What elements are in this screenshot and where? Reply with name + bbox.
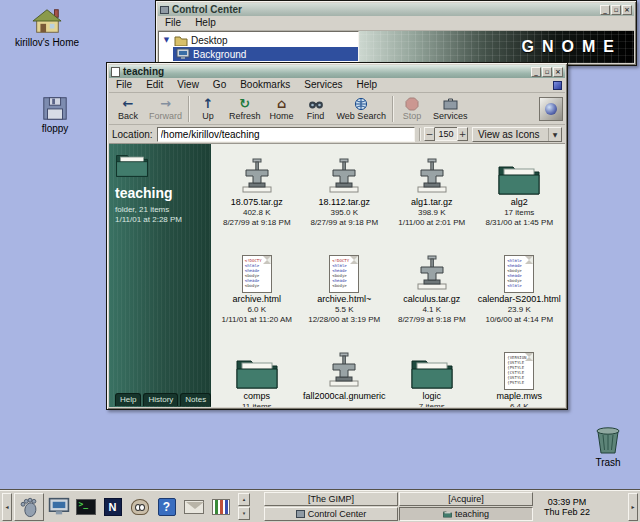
file-date: 1/11/01 at 11:20 AM [222, 315, 292, 324]
file-date: 10/6/00 at 4:14 PM [485, 315, 553, 324]
gimp-icon [131, 499, 149, 515]
desktop-icon-floppy[interactable]: floppy [22, 94, 88, 134]
toolbar-separator [392, 96, 393, 122]
terminal-icon: >_ [76, 499, 96, 515]
file-icon-view[interactable]: 18.075.tar.gz 402.8 K 8/27/99 at 9:18 PM… [211, 144, 565, 407]
scroll-up-button[interactable]: ▴ [238, 493, 250, 506]
monitor-icon [176, 48, 190, 60]
forward-button[interactable]: → Forward [145, 94, 186, 124]
file-item[interactable]: {VERSION {USTYLE {PSTYLE {CSTYLE {USTYLE… [476, 344, 564, 407]
document-icon [111, 67, 120, 77]
globe-icon [354, 96, 368, 111]
html-document-icon: <html> <head> <body> <head> <body> <html… [504, 249, 534, 293]
menu-bookmarks[interactable]: Bookmarks [233, 78, 297, 92]
location-input[interactable] [157, 127, 415, 142]
tab-notes[interactable]: Notes [180, 393, 211, 406]
tab-history[interactable]: History [143, 393, 178, 406]
folder-icon [443, 510, 452, 518]
panel-hide-right-button[interactable]: ▸ [628, 493, 638, 521]
desktop-icon-trash[interactable]: Trash [580, 424, 636, 468]
floppy-icon [22, 94, 88, 122]
menu-file[interactable]: File [109, 78, 139, 92]
tasklist-scroller: ▴ ▾ [238, 493, 250, 520]
menu-help[interactable]: Help [188, 16, 223, 30]
maximize-button[interactable]: ▫ [611, 5, 621, 15]
menu-edit[interactable]: Edit [139, 78, 170, 92]
file-size: 5.5 K [335, 305, 354, 314]
task-button-gimp[interactable]: [The GIMP] [264, 492, 398, 506]
tree-item-desktop[interactable]: ▼ Desktop [159, 33, 358, 47]
netscape-icon: N [104, 498, 122, 516]
window-tasklist: [The GIMP] [Acquire] Control Center teac… [264, 492, 533, 521]
screensaver-launcher[interactable] [46, 494, 71, 520]
file-size: 6.4 K [510, 402, 529, 407]
file-item[interactable]: <!DOCTY <html> <head> <body> <head> <bod… [213, 247, 301, 344]
menu-go[interactable]: Go [206, 78, 233, 92]
menu-view[interactable]: View [170, 78, 206, 92]
zoom-in-button[interactable]: + [457, 127, 468, 141]
view-mode-dropdown[interactable]: View as Icons ▼ [472, 127, 562, 142]
panel-hide-left-button[interactable]: ◂ [2, 493, 12, 521]
file-item[interactable]: 18.112.tar.gz 395.0 K 8/27/99 at 9:18 PM [301, 150, 389, 247]
expander-icon[interactable]: ▼ [162, 36, 171, 44]
tab-help[interactable]: Help [115, 393, 141, 406]
briefcase-icon [443, 96, 458, 111]
tree-item-background[interactable]: Background [173, 47, 358, 61]
file-item[interactable]: alg2 17 items 8/31/00 at 1:45 PM [476, 150, 564, 247]
window-title: Control Center [172, 3, 242, 16]
up-button[interactable]: ↑ Up [191, 94, 225, 124]
file-item[interactable]: alg1.tar.gz 398.9 K 1/11/00 at 2:01 PM [388, 150, 476, 247]
file-item[interactable]: 18.075.tar.gz 402.8 K 8/27/99 at 9:18 PM [213, 150, 301, 247]
control-center-titlebar[interactable]: Control Center _ ▫ × [158, 3, 634, 16]
clock-date: Thu Feb 22 [538, 507, 596, 517]
task-button-control-center[interactable]: Control Center [264, 507, 398, 521]
folder-icon [497, 152, 541, 196]
settings-tree: ▼ Desktop Background [158, 31, 359, 63]
menu-services[interactable]: Services [297, 78, 349, 92]
control-center-window: Control Center _ ▫ × File Help ▼ Desktop… [155, 0, 637, 66]
mail-launcher[interactable] [181, 494, 206, 520]
back-icon: ← [123, 96, 134, 111]
file-date: 1/11/00 at 2:01 PM [398, 218, 465, 227]
tree-item-label: Background [193, 49, 246, 60]
menu-help[interactable]: Help [350, 78, 385, 92]
stop-button[interactable]: Stop [395, 94, 429, 124]
gimp-launcher[interactable] [127, 494, 152, 520]
close-button[interactable]: × [622, 5, 632, 15]
services-button[interactable]: Services [429, 94, 472, 124]
clock-applet[interactable]: 03:39 PM Thu Feb 22 [538, 497, 596, 517]
main-menu-button[interactable] [14, 493, 44, 521]
find-button[interactable]: Find [299, 94, 333, 124]
desktop-icon-home[interactable]: kirillov's Home [6, 6, 88, 48]
file-item[interactable]: calculus.tar.gz 4.1 K 8/27/99 at 9:18 PM [388, 247, 476, 344]
scroll-down-button[interactable]: ▾ [238, 507, 250, 520]
back-button[interactable]: ← Back [111, 94, 145, 124]
home-button[interactable]: ⌂ Home [265, 94, 299, 124]
file-item[interactable]: logic 7 items 1/11/01 at 2:28 PM [388, 344, 476, 407]
minimize-button[interactable]: _ [531, 67, 541, 77]
zoom-out-button[interactable]: − [424, 127, 435, 141]
file-item[interactable]: comps 11 items 1/11/01 at 2:28 PM [213, 344, 301, 407]
menu-file[interactable]: File [158, 16, 188, 30]
chart-launcher[interactable] [208, 494, 233, 520]
zoom-level: 150 [435, 127, 457, 141]
file-item[interactable]: fall2000cal.gnumeric [301, 344, 389, 407]
nautilus-titlebar[interactable]: teaching _ ▫ × [109, 65, 565, 78]
terminal-launcher[interactable]: >_ [73, 494, 98, 520]
minimize-button[interactable]: _ [600, 5, 610, 15]
netscape-launcher[interactable]: N [100, 494, 125, 520]
task-button-teaching[interactable]: teaching [399, 507, 533, 521]
file-item[interactable]: <!DOCTY <html> <head> <body> <head> <bod… [301, 247, 389, 344]
file-name: fall2000cal.gnumeric [303, 391, 386, 401]
refresh-button[interactable]: ↻ Refresh [225, 94, 265, 124]
close-button[interactable]: × [553, 67, 563, 77]
file-item[interactable]: <html> <head> <body> <head> <body> <html… [476, 247, 564, 344]
task-button-acquire[interactable]: [Acquire] [399, 492, 533, 506]
maximize-button[interactable]: ▫ [542, 67, 552, 77]
desktop-icon-label: Trash [580, 457, 636, 468]
web-search-button[interactable]: Web Search [333, 94, 390, 124]
help-launcher[interactable]: ? [154, 494, 179, 520]
file-size: 4.1 K [422, 305, 441, 314]
file-size: 395.0 K [330, 208, 358, 217]
desktop-root: kirillov's Home floppy Trash Control Cen… [0, 0, 640, 522]
